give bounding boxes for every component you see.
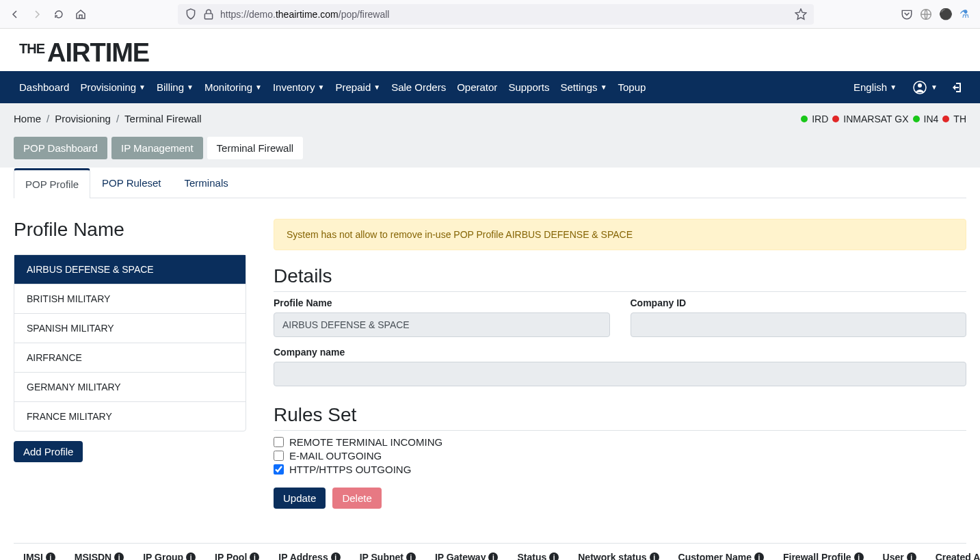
sec-tab-ip-management[interactable]: IP Management xyxy=(111,137,203,159)
profile-item[interactable]: SPANISH MILITARY xyxy=(14,314,246,343)
star-icon[interactable] xyxy=(795,8,807,21)
rule-row: REMOTE TERMINAL INCOMING xyxy=(274,436,966,448)
table-header[interactable]: IP Gatewayi xyxy=(425,552,507,560)
inner-tabs: POP ProfilePOP RulesetTerminals xyxy=(14,168,966,198)
table-header[interactable]: IP Addressi xyxy=(269,552,349,560)
inner-tab-terminals[interactable]: Terminals xyxy=(173,168,240,198)
status-dot xyxy=(942,116,949,122)
table-header[interactable]: Statusi xyxy=(507,552,568,560)
rule-checkbox[interactable] xyxy=(274,437,284,447)
breadcrumb: Home/Provisioning/Terminal Firewall xyxy=(14,113,202,124)
status-dot xyxy=(832,116,839,122)
profile-name-heading: Profile Name xyxy=(14,219,246,245)
nav-item-provisioning[interactable]: Provisioning▼ xyxy=(75,73,151,101)
profile-list: AIRBUS DEFENSE & SPACEBRITISH MILITARYSP… xyxy=(14,254,246,431)
info-icon: i xyxy=(854,552,864,560)
breadcrumb-item[interactable]: Home xyxy=(14,113,41,124)
nav-item-billing[interactable]: Billing▼ xyxy=(151,73,199,101)
table-header[interactable]: IP Subneti xyxy=(350,552,425,560)
company-name-input[interactable] xyxy=(274,362,966,386)
nav-item-inventory[interactable]: Inventory▼ xyxy=(267,73,330,101)
logout-icon[interactable] xyxy=(949,73,966,102)
rule-row: E-MAIL OUTGOING xyxy=(274,450,966,462)
rule-row: HTTP/HTTPS OUTGOING xyxy=(274,464,966,475)
info-icon: i xyxy=(549,552,559,560)
browser-extensions: ⚫ ⚗ xyxy=(901,8,975,21)
table-header[interactable]: Firewall Profilei xyxy=(773,552,873,560)
info-icon: i xyxy=(114,552,124,560)
info-icon: i xyxy=(186,552,196,560)
svg-point-3 xyxy=(918,83,922,88)
nav-item-supports[interactable]: Supports xyxy=(503,73,555,101)
rule-checkbox[interactable] xyxy=(274,451,284,461)
home-button[interactable] xyxy=(71,5,90,24)
nav-item-operator[interactable]: Operator xyxy=(451,73,503,101)
table-header[interactable]: IMSIi xyxy=(14,552,65,560)
status-dot xyxy=(801,116,808,122)
pocket-icon[interactable] xyxy=(901,8,913,21)
info-icon: i xyxy=(907,552,916,560)
details-heading: Details xyxy=(274,265,966,292)
back-button[interactable] xyxy=(5,5,25,24)
table-header[interactable]: MSISDNi xyxy=(65,552,133,560)
profile-item[interactable]: AIRFRANCE xyxy=(14,343,246,373)
alert-warning: System has not allow to remove in-use PO… xyxy=(274,219,966,250)
status-label: INMARSAT GX xyxy=(843,114,908,124)
profile-item[interactable]: AIRBUS DEFENSE & SPACE xyxy=(14,255,246,284)
rules-set-heading: Rules Set xyxy=(274,404,966,431)
profile-name-input[interactable] xyxy=(274,312,610,337)
lock-icon xyxy=(202,8,215,21)
rule-label: REMOTE TERMINAL INCOMING xyxy=(289,436,442,448)
table-header[interactable]: Created Ati xyxy=(926,552,980,560)
status-label: TH xyxy=(953,114,966,124)
add-profile-button[interactable]: Add Profile xyxy=(14,441,83,462)
main-navbar: DashboardProvisioning▼Billing▼Monitoring… xyxy=(0,71,980,103)
rule-checkbox[interactable] xyxy=(274,464,284,475)
info-icon: i xyxy=(331,552,341,560)
profile-item[interactable]: GERMANY MILITARY xyxy=(14,373,246,402)
user-menu[interactable]: ▼ xyxy=(910,72,940,103)
inner-tab-pop-ruleset[interactable]: POP Ruleset xyxy=(90,168,172,198)
globe-icon[interactable] xyxy=(920,8,932,21)
company-id-input[interactable] xyxy=(631,312,967,337)
browser-nav-buttons xyxy=(5,5,90,24)
table-header-row: IMSIiMSISDNiIP GroupiIP PooliIP Addressi… xyxy=(14,543,966,560)
secondary-tabs: POP DashboardIP ManagementTerminal Firew… xyxy=(14,137,966,168)
extension-icon-1[interactable]: ⚫ xyxy=(939,8,953,21)
shield-icon xyxy=(185,8,197,21)
delete-button[interactable]: Delete xyxy=(332,488,381,509)
sec-tab-pop-dashboard[interactable]: POP Dashboard xyxy=(14,137,107,159)
nav-item-settings[interactable]: Settings▼ xyxy=(555,73,612,101)
inner-tab-pop-profile[interactable]: POP Profile xyxy=(14,168,90,198)
forward-button[interactable] xyxy=(27,5,47,24)
info-icon: i xyxy=(754,552,764,560)
language-selector[interactable]: English ▼ xyxy=(848,73,902,101)
sec-tab-terminal-firewall[interactable]: Terminal Firewall xyxy=(207,137,304,159)
table-header[interactable]: Customer Namei xyxy=(669,552,773,560)
breadcrumb-item: Terminal Firewall xyxy=(124,113,202,124)
svg-rect-0 xyxy=(204,13,212,18)
nav-item-monitoring[interactable]: Monitoring▼ xyxy=(199,73,267,101)
table-header[interactable]: Useri xyxy=(873,552,926,560)
breadcrumb-item[interactable]: Provisioning xyxy=(55,113,111,124)
browser-chrome: https://demo.theairtime.com/pop/firewall… xyxy=(0,0,980,29)
nav-item-dashboard[interactable]: Dashboard xyxy=(14,73,75,101)
nav-item-prepaid[interactable]: Prepaid▼ xyxy=(330,73,386,101)
update-button[interactable]: Update xyxy=(274,488,326,509)
rule-label: HTTP/HTTPS OUTGOING xyxy=(289,464,411,475)
reload-button[interactable] xyxy=(49,5,68,24)
nav-item-topup[interactable]: Topup xyxy=(613,73,652,101)
table-header[interactable]: IP Groupi xyxy=(133,552,205,560)
profile-item[interactable]: FRANCE MILITARY xyxy=(14,402,246,431)
profile-item[interactable]: BRITISH MILITARY xyxy=(14,284,246,314)
company-name-label: Company name xyxy=(274,347,966,358)
nav-item-sale-orders[interactable]: Sale Orders xyxy=(386,73,451,101)
logo[interactable]: THEAIRTIME xyxy=(19,41,961,64)
table-header[interactable]: Network statusi xyxy=(568,552,668,560)
content-area: POP ProfilePOP RulesetTerminals Profile … xyxy=(0,168,980,560)
status-indicators: IRDINMARSAT GXIN4TH xyxy=(801,114,966,124)
extension-icon-2[interactable]: ⚗ xyxy=(959,8,969,21)
table-header[interactable]: IP Pooli xyxy=(205,552,269,560)
url-bar[interactable]: https://demo.theairtime.com/pop/firewall xyxy=(178,4,814,25)
info-icon: i xyxy=(406,552,416,560)
